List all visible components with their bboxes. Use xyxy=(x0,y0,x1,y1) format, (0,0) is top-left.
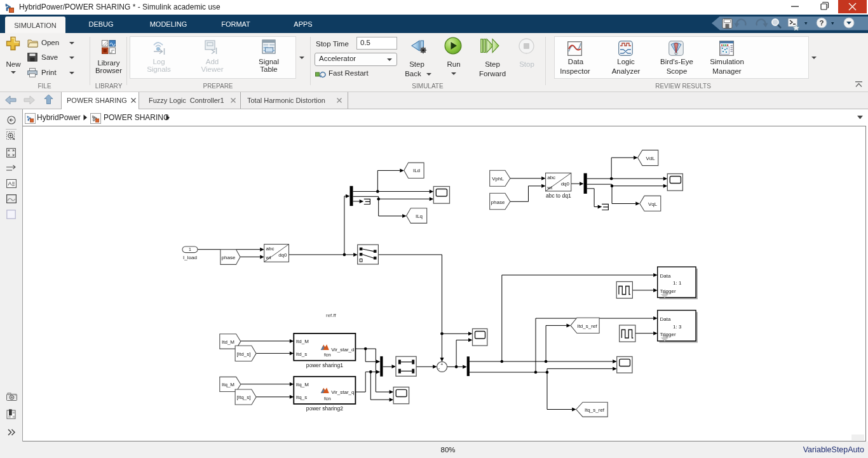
svg-text:Itq_M: Itq_M xyxy=(296,382,309,387)
svg-text:1: 1: 1: 1 xyxy=(673,280,682,286)
svg-text:wt: wt xyxy=(266,255,272,260)
svg-text:ILd: ILd xyxy=(413,168,420,173)
svg-text:Itd_M: Itd_M xyxy=(222,339,234,345)
svg-text:[Itq_s]: [Itq_s] xyxy=(237,394,251,400)
svg-text:VphL: VphL xyxy=(492,176,504,182)
svg-text:Itq_M: Itq_M xyxy=(222,382,234,387)
svg-text:1: 3: 1: 3 xyxy=(673,324,682,330)
svg-text:ref.ff: ref.ff xyxy=(326,313,337,318)
svg-text:VdL: VdL xyxy=(646,156,655,161)
svg-text:Itq_s_ref: Itq_s_ref xyxy=(585,407,605,413)
svg-text:wt: wt xyxy=(546,185,553,191)
svg-text:abc to dq1: abc to dq1 xyxy=(546,192,571,199)
svg-text:Itd_s_ref: Itd_s_ref xyxy=(577,323,597,329)
svg-text:fcn: fcn xyxy=(324,396,331,401)
svg-text:ILq: ILq xyxy=(416,213,423,219)
svg-text:power sharing2: power sharing2 xyxy=(306,405,343,412)
svg-text:phase: phase xyxy=(491,199,505,205)
svg-text:?: ? xyxy=(819,19,824,27)
svg-text:A: A xyxy=(8,180,12,187)
svg-text:Vir_star_d: Vir_star_d xyxy=(331,347,354,353)
svg-text:phase: phase xyxy=(222,255,236,260)
svg-text:[Itd_s]: [Itd_s] xyxy=(237,351,251,357)
svg-text:-: - xyxy=(438,365,440,371)
svg-text:Trigger: Trigger xyxy=(660,288,676,294)
svg-text:+: + xyxy=(440,362,443,367)
svg-text:Itd_M: Itd_M xyxy=(296,339,309,344)
svg-text:power sharing1: power sharing1 xyxy=(306,362,343,368)
svg-text:Vir_star_q: Vir_star_q xyxy=(331,389,354,395)
svg-text:dq0: dq0 xyxy=(278,252,287,258)
svg-text:VqL: VqL xyxy=(648,201,658,207)
svg-text:I_load: I_load xyxy=(183,255,197,260)
svg-text:fcn: fcn xyxy=(324,352,331,358)
svg-text:Trigger: Trigger xyxy=(660,332,676,337)
svg-text:Itd_s: Itd_s xyxy=(296,351,307,357)
svg-text:1: 1 xyxy=(189,247,191,252)
svg-text:Data: Data xyxy=(660,273,671,279)
svg-text:abc: abc xyxy=(547,175,555,180)
svg-text:dq0: dq0 xyxy=(561,181,570,187)
svg-text:abc: abc xyxy=(266,246,275,252)
svg-text:Data: Data xyxy=(660,316,671,322)
svg-text:Itq_s: Itq_s xyxy=(296,394,307,400)
